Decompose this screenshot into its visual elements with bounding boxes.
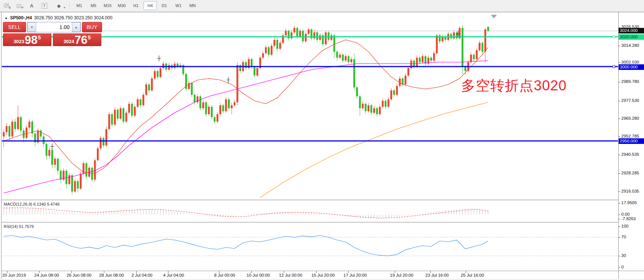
axis-divider [618,12,619,279]
price-axis-tick [618,192,620,192]
price-axis-tick [618,46,620,46]
timeframe-mn[interactable]: MN [186,1,199,10]
rsi-axis-label: 0 [621,265,624,269]
timeframe-group: M1M5M15M30H1H4D1W1MN [72,1,200,10]
window-top-border [0,12,644,12]
scroll-to-end-icon[interactable] [491,15,497,18]
price-axis-label: 2989.780 [621,79,639,84]
timeframe-h4[interactable]: H4 [143,1,157,10]
time-axis-label: 25 Jul 16:00 [461,273,484,277]
time-axis-label: 20 Jun 2019 [2,273,26,277]
ask-pips: 76 [74,35,87,45]
buy-button[interactable]: BUY [82,22,102,32]
toolbar-separator [69,1,70,10]
toolbar: E F A T ◆▾ M1M5M15M30H1H4D1W1MN [0,0,644,12]
trading-platform-window: E F A T ◆▾ M1M5M15M30H1H4D1W1MN ▲ SP500-… [0,0,644,280]
time-axis-tick [430,271,431,273]
price-axis-tick [618,82,620,82]
price-badge: 2950.000 [619,138,644,144]
rsi-axis-label: 70 [621,235,626,239]
rsi-axis-tick [618,256,620,256]
bid-big-figure: 3023 [13,39,24,44]
macd-axis-tick [618,219,620,219]
time-axis-tick [39,271,39,273]
ask-price-box[interactable]: 3024 76 5 [53,33,101,46]
time-axis-tick [72,271,72,273]
price-axis-label: 2916.035 [621,189,639,193]
volume-increase-button[interactable]: ▲ [72,22,80,32]
price-axis-tick [618,119,620,119]
time-axis-tick [316,271,317,273]
text-label-icon[interactable]: T [38,1,50,10]
time-axis-tick [284,271,284,273]
price-badge: 3024.000 [619,28,644,33]
line-studies-icon[interactable]: E [0,1,12,10]
rsi-axis-label: 100 [621,224,628,228]
window-left-border [1,12,1,279]
time-axis-tick [251,271,252,273]
chart-title-bar: ▲ SP500-,H4 3026.750 3026.750 3023.250 3… [4,15,112,20]
time-axis-label: 2 Jul 04:00 [131,273,152,277]
rsi-label: RSI(14) 61.7579 [4,224,34,229]
time-axis[interactable] [1,271,618,279]
time-axis-tick [348,271,349,273]
time-axis-tick [136,271,137,273]
macd-axis-label: 0.00 [621,212,629,216]
price-axis-tick [618,27,620,28]
price-badge: 3000.000 [619,64,644,70]
ask-pipette: 5 [88,35,91,41]
bid-pipette: 5 [38,35,41,41]
time-axis-label: 19 Jul 20:00 [390,273,413,277]
arrow-objects-icon[interactable]: ◆▾ [51,1,67,10]
price-axis-label: 2928.285 [621,171,639,175]
timeframe-m30[interactable]: M30 [115,1,129,10]
price-axis-label: 2977.530 [621,98,639,103]
macd-axis-tick [618,215,620,215]
time-axis-tick [466,271,466,273]
price-axis-label: 3014.280 [621,43,639,48]
pane-separator-macd-hl [1,222,618,223]
time-axis-tick [219,271,219,273]
time-axis-tick [168,271,168,273]
timeframe-d1[interactable]: D1 [158,1,171,10]
price-axis-tick [618,62,620,63]
collapse-icon[interactable]: ▲ [4,16,8,20]
rsi-axis-label: 30 [621,253,626,258]
timeframe-w1[interactable]: W1 [172,1,185,10]
time-axis-tick [104,271,104,273]
time-axis-label: 24 Jun 08:00 [34,273,59,277]
sell-button[interactable]: SELL [3,22,26,32]
macd-axis-label: 17.9505 [621,200,637,205]
time-axis-tick [7,271,7,273]
annotation-text[interactable]: 多空转折点3020 [461,76,567,95]
rsi-pane[interactable] [1,223,618,271]
price-badge: 3020.000 [619,34,644,40]
ohlc-readout: 3026.750 3026.750 3023.250 3024.000 [34,15,112,20]
bid-price-box[interactable]: 3023 98 5 [3,33,51,46]
time-axis-label: 23 Jul 16:00 [425,273,449,277]
price-axis-tick [618,173,620,174]
text-icon[interactable]: A [26,1,38,10]
volume-stepper: ▼ ▲ [27,22,81,32]
time-axis-label: 26 Jun 08:00 [67,273,92,277]
timeframe-m1[interactable]: M1 [73,1,86,10]
one-click-trade-panel: SELL ▼ ▲ BUY 3023 98 5 3024 76 5 [3,22,102,46]
volume-input[interactable] [36,22,72,32]
price-axis-tick [618,136,620,137]
timeframe-h1[interactable]: H1 [129,1,143,10]
time-axis-label: 12 Jul 00:00 [279,273,302,277]
timeframe-m5[interactable]: M5 [87,1,100,10]
time-axis-label: 10 Jul 00:00 [247,273,270,277]
time-axis-label: 28 Jun 08:00 [99,273,124,277]
time-axis-label: 8 Jul 00:00 [214,273,235,277]
fibonacci-icon[interactable]: F [13,1,25,10]
timeframe-m15[interactable]: M15 [101,1,114,10]
time-axis-label: 15 Jul 20:00 [311,273,335,277]
time-axis-label: 4 Jul 04:00 [163,273,184,277]
macd-pane[interactable] [1,200,618,222]
price-axis-label: 3002.030 [621,60,639,64]
price-axis-tick [618,155,620,155]
price-axis-label: 2952.785 [621,134,639,138]
volume-decrease-button[interactable]: ▼ [28,22,36,32]
macd-label: MACD(12,26,9) 6.1340 5.4746 [4,202,60,206]
